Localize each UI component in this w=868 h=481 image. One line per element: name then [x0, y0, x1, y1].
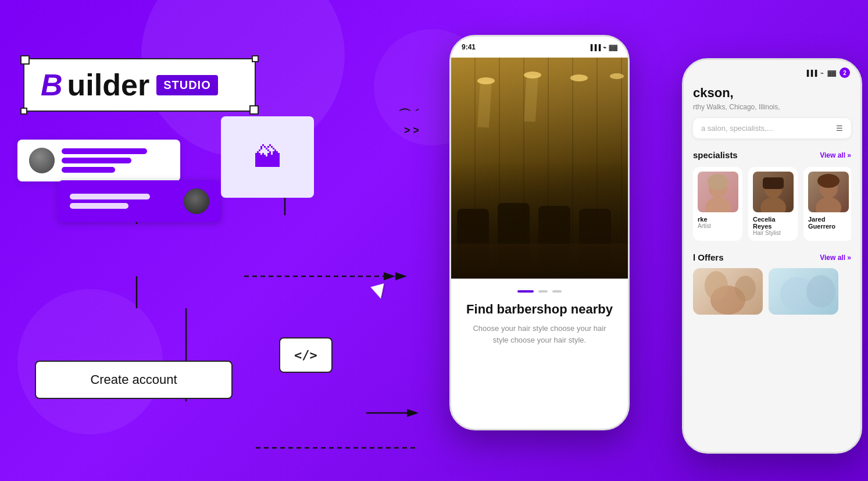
logo-corner-bl	[20, 108, 27, 115]
phone-dots	[517, 290, 562, 293]
wifi-icon: ⌁	[603, 44, 606, 51]
mountain-icon: 🏔	[253, 141, 281, 173]
svg-point-27	[705, 197, 731, 212]
avatar-1	[29, 148, 55, 173]
specialists-title: specialists	[693, 150, 738, 160]
specialist-card-3: Jared Guerrero	[803, 167, 851, 241]
svg-rect-31	[763, 177, 784, 189]
left-panel: B uilder STUDIO ⌒ ⌒ > >	[23, 58, 419, 112]
user-card-2	[58, 180, 221, 222]
phone-1-title: Find barbershop nearby	[466, 302, 613, 317]
specialist-1-name: rke	[698, 216, 738, 223]
specialist-card-2: Cecelia Reyes Hair Stylist	[748, 167, 798, 241]
svg-point-18	[610, 73, 624, 79]
filter-icon: ☰	[836, 124, 843, 133]
logo-b-letter: B	[41, 70, 63, 100]
svg-point-37	[735, 276, 756, 301]
avatar-2	[184, 188, 209, 214]
dot-3	[552, 290, 562, 293]
signal-icon-2: ▐▐▐	[805, 70, 817, 76]
svg-point-30	[760, 197, 786, 212]
offer-card-2	[769, 268, 838, 315]
phone-2-content: ckson, rthy Walks, Chicago, Illinois, a …	[684, 85, 860, 315]
card-lines-1	[62, 148, 169, 173]
svg-point-28	[708, 174, 728, 190]
specialists-header: specialists View all »	[693, 150, 851, 160]
card-lines-2	[70, 194, 177, 209]
phone-1-bottom: Find barbershop nearby Choose your hair …	[451, 279, 628, 357]
svg-point-34	[817, 174, 840, 188]
svg-point-17	[570, 74, 588, 81]
svg-point-33	[816, 197, 841, 212]
battery-icon-2: ▓▓	[827, 70, 836, 76]
logo-uilder-text: uilder	[67, 70, 150, 100]
dot-2	[538, 290, 548, 293]
phone-2-greeting: ckson,	[693, 85, 851, 101]
card-line-2a	[70, 194, 150, 199]
phone-2-mockup: ▐▐▐ ⌁ ▓▓ 2 ckson, rthy Walks, Chicago, I…	[682, 58, 862, 454]
svg-point-39	[806, 275, 835, 308]
offers-title: l Offers	[693, 252, 724, 262]
card-line-1c	[62, 167, 115, 173]
dot-1	[517, 290, 534, 293]
barbershop-image	[451, 58, 628, 279]
image-placeholder: 🏔	[221, 116, 314, 198]
phone-2-location: rthy Walks, Chicago, Illinois,	[693, 103, 851, 111]
specialist-2-role: Hair Stylist	[753, 230, 793, 236]
phone-1-subtitle: Choose your hair style choose your hair …	[465, 323, 614, 345]
specialist-avatar-2	[753, 172, 794, 212]
view-all-specialists[interactable]: View all »	[820, 151, 851, 159]
phone-1-status-bar: 9:41 ▐▐▐ ⌁ ▓▓	[451, 37, 628, 58]
offers-row	[693, 268, 851, 315]
specialist-card-1: rke Artist	[693, 167, 742, 241]
svg-line-19	[483, 81, 486, 127]
notification-badge: 2	[840, 67, 850, 78]
specialist-avatar-1	[698, 172, 738, 212]
specialists-row: rke Artist Cecelia Reyes Hair Stylist	[693, 167, 851, 241]
phone-2-search[interactable]: a salon, specialists,... ☰	[693, 118, 851, 138]
offer-card-1	[693, 268, 763, 315]
battery-icon: ▓▓	[609, 44, 617, 51]
card-line-1a	[62, 148, 147, 154]
card-line-1b	[62, 158, 131, 163]
create-account-button[interactable]: Create account	[35, 361, 233, 399]
svg-line-20	[530, 75, 533, 122]
offers-header: l Offers View all »	[693, 252, 851, 262]
specialist-2-name: Cecelia Reyes	[753, 216, 793, 230]
user-card-1	[17, 140, 180, 181]
logo-studio-badge: STUDIO	[156, 75, 218, 95]
card-line-2b	[70, 203, 128, 209]
specialist-1-role: Artist	[698, 223, 738, 229]
specialist-avatar-3	[808, 172, 849, 212]
search-placeholder: a salon, specialists,...	[701, 124, 773, 133]
svg-point-36	[705, 271, 728, 300]
chair-row	[451, 162, 628, 279]
code-box: </>	[279, 337, 333, 373]
phone-2-status-bar: ▐▐▐ ⌁ ▓▓ 2	[684, 60, 860, 85]
wifi-icon-2: ⌁	[820, 70, 824, 76]
specialist-3-name: Jared Guerrero	[808, 216, 848, 230]
signal-icon: ▐▐▐	[588, 44, 601, 51]
logo-box: B uilder STUDIO	[23, 58, 256, 112]
view-all-offers[interactable]: View all »	[820, 254, 851, 262]
logo-corner-tr	[252, 55, 259, 62]
phone-1-mockup: 9:41 ▐▐▐ ⌁ ▓▓	[449, 35, 630, 430]
phone-1-status-icons: ▐▐▐ ⌁ ▓▓	[588, 44, 617, 51]
phone-1-time: 9:41	[462, 43, 476, 51]
